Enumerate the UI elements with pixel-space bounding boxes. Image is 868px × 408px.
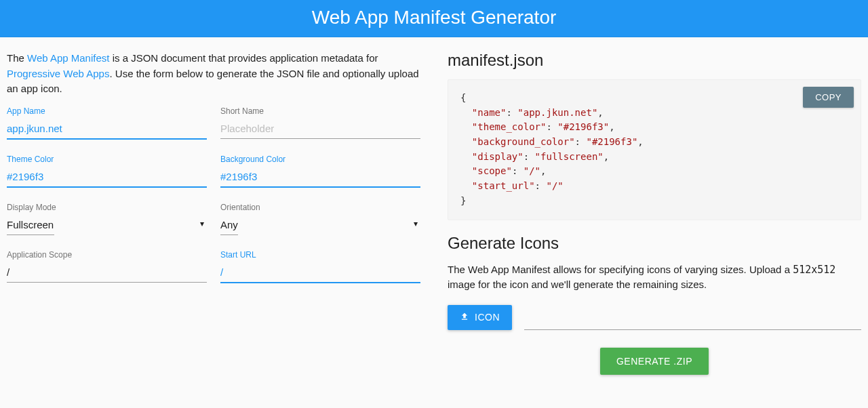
form-panel: The Web App Manifest is a JSON document … [7, 51, 420, 375]
input-theme-color[interactable] [7, 168, 207, 188]
field-orientation: Orientation Any [220, 203, 420, 235]
generate-zip-button[interactable]: GENERATE .ZIP [600, 348, 709, 375]
page-title: Web App Manifest Generator [312, 7, 557, 28]
icons-title: Generate Icons [448, 234, 861, 253]
label-start-url: Start URL [220, 250, 420, 260]
copy-button[interactable]: COPY [803, 87, 854, 108]
output-panel: manifest.json COPY{ "name": "app.jkun.ne… [448, 51, 861, 375]
footer: Hosted on Firebase. [0, 395, 868, 409]
label-short-name: Short Name [220, 106, 420, 116]
label-scope: Application Scope [7, 250, 207, 260]
main-container: The Web App Manifest is a JSON document … [0, 37, 868, 395]
generate-row: GENERATE .ZIP [448, 348, 861, 375]
field-theme-color: Theme Color [7, 155, 207, 188]
field-app-name: App Name [7, 106, 207, 140]
field-start-url: Start URL [220, 250, 420, 283]
field-display-mode: Display Mode Fullscreen [7, 203, 207, 235]
link-pwa[interactable]: Progressive Web Apps [7, 68, 109, 79]
label-display-mode: Display Mode [7, 203, 207, 212]
field-scope: Application Scope [7, 250, 207, 283]
select-display-mode[interactable]: Fullscreen [7, 216, 54, 235]
manifest-code: COPY{ "name": "app.jkun.net", "theme_col… [448, 79, 861, 220]
label-app-name: App Name [7, 106, 207, 116]
upload-icon-button[interactable]: ICON [448, 305, 512, 330]
icon-upload-row: ICON [448, 305, 861, 330]
page-header: Web App Manifest Generator [0, 0, 868, 37]
link-web-app-manifest[interactable]: Web App Manifest [27, 52, 109, 64]
input-scope[interactable] [7, 264, 207, 283]
input-short-name[interactable] [220, 120, 420, 139]
upload-icon [460, 312, 469, 323]
field-short-name: Short Name [220, 106, 420, 140]
icon-size-code: 512x512 [793, 264, 835, 276]
input-background-color[interactable] [220, 168, 420, 188]
icons-description: The Web App Manifest allows for specifyi… [448, 262, 861, 293]
label-background-color: Background Color [220, 155, 420, 164]
output-title: manifest.json [448, 51, 861, 70]
label-orientation: Orientation [220, 203, 420, 212]
intro-text: The Web App Manifest is a JSON document … [7, 51, 420, 97]
icon-path-input[interactable] [524, 311, 861, 330]
input-start-url[interactable] [220, 264, 420, 283]
input-app-name[interactable] [7, 120, 207, 140]
select-orientation[interactable]: Any [220, 216, 238, 235]
form-grid: App Name Short Name Theme Color Backgrou… [7, 106, 420, 283]
label-theme-color: Theme Color [7, 155, 207, 164]
field-background-color: Background Color [220, 155, 420, 188]
